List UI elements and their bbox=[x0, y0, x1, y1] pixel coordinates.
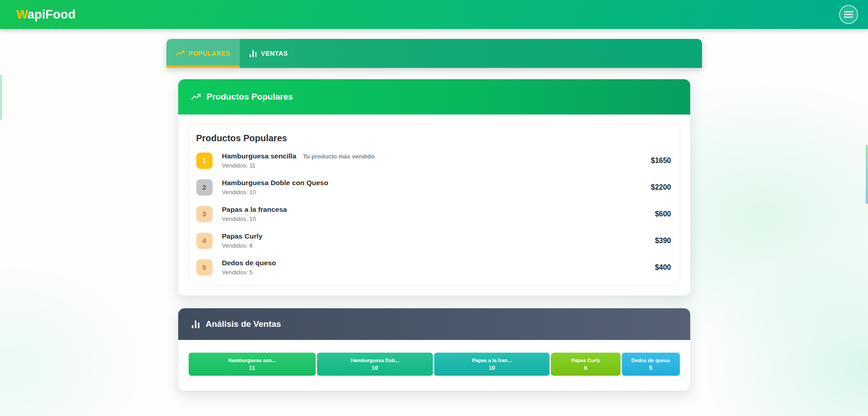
sales-bar-value: 10 bbox=[489, 364, 495, 371]
product-info: Hamburguesa sencillaTu producto más vend… bbox=[222, 152, 651, 169]
brand-rest: apiFood bbox=[28, 8, 76, 21]
card-title: Análisis de Ventas bbox=[206, 319, 281, 329]
product-name: Papas a la francesa bbox=[222, 206, 287, 214]
app-brand: WapiFood bbox=[16, 8, 76, 22]
bar-chart-icon bbox=[249, 50, 257, 57]
sales-bars-row: Hamburguesa sen...11Hamburguesa Dob...10… bbox=[189, 353, 680, 376]
product-price: $2200 bbox=[651, 183, 672, 191]
populares-list-card: Productos Populares 1Hamburguesa sencill… bbox=[188, 124, 680, 286]
left-edge-accent bbox=[0, 75, 2, 120]
rank-chip: 1 bbox=[196, 153, 213, 169]
sales-bar-label: Papas Curly bbox=[571, 358, 600, 363]
product-row: 5Dedos de quesoVendidos: 5$400 bbox=[196, 254, 672, 281]
product-info: Hamburguesa Doble con QuesoVendidos: 10 bbox=[222, 179, 651, 196]
sales-bar-label: Dedos de queso bbox=[631, 358, 670, 363]
sales-bar-value: 5 bbox=[649, 364, 652, 371]
product-price: $1650 bbox=[651, 157, 672, 165]
product-name: Papas Curly bbox=[222, 232, 263, 240]
tab-bar: POPULARES VENTAS bbox=[166, 39, 702, 68]
populares-card: Productos Populares Productos Populares … bbox=[178, 79, 690, 296]
product-sold-count: Vendidos: 11 bbox=[222, 162, 651, 169]
tab-label: POPULARES bbox=[189, 50, 231, 57]
rank-chip: 2 bbox=[196, 179, 213, 196]
sales-bar[interactable]: Hamburguesa Dob...10 bbox=[317, 353, 433, 376]
main-content: POPULARES VENTAS Productos Populares Pro… bbox=[166, 39, 702, 391]
sales-bar[interactable]: Papas a la fran...10 bbox=[434, 353, 550, 376]
brand-initial: W bbox=[16, 8, 28, 21]
rank-chip: 5 bbox=[196, 259, 213, 276]
sales-bar-label: Hamburguesa sen... bbox=[228, 358, 276, 363]
scrollbar-thumb[interactable] bbox=[866, 145, 868, 204]
product-sold-count: Vendidos: 10 bbox=[222, 215, 655, 222]
sales-bar[interactable]: Hamburguesa sen...11 bbox=[189, 353, 316, 376]
hamburger-icon bbox=[844, 11, 853, 18]
tab-label: VENTAS bbox=[261, 50, 288, 57]
product-price: $390 bbox=[655, 237, 672, 245]
tab-populares[interactable]: POPULARES bbox=[166, 39, 240, 68]
populares-card-header: Productos Populares bbox=[178, 79, 690, 115]
sales-bar-value: 11 bbox=[249, 364, 255, 371]
product-sold-count: Vendidos: 5 bbox=[222, 269, 655, 276]
app-header: WapiFood bbox=[0, 0, 868, 29]
product-price: $400 bbox=[655, 263, 672, 272]
bar-chart-icon bbox=[191, 320, 200, 329]
best-seller-badge: Tu producto más vendido bbox=[303, 153, 375, 160]
sales-bar-value: 10 bbox=[371, 364, 378, 371]
sales-bar[interactable]: Dedos de queso5 bbox=[622, 353, 680, 376]
product-info: Papas a la francesaVendidos: 10 bbox=[222, 206, 655, 222]
rank-chip: 3 bbox=[196, 206, 213, 222]
product-row: 2Hamburguesa Doble con QuesoVendidos: 10… bbox=[196, 174, 672, 201]
product-row: 1Hamburguesa sencillaTu producto más ven… bbox=[196, 147, 672, 174]
product-sold-count: Vendidos: 10 bbox=[222, 189, 651, 196]
menu-button[interactable] bbox=[839, 5, 858, 24]
product-row: 3Papas a la francesaVendidos: 10$600 bbox=[196, 201, 672, 227]
tab-ventas[interactable]: VENTAS bbox=[240, 39, 297, 68]
sales-bar-label: Hamburguesa Dob... bbox=[351, 358, 399, 363]
product-name: Hamburguesa sencilla bbox=[222, 152, 297, 160]
product-row: 4Papas CurlyVendidos: 6$390 bbox=[196, 227, 672, 254]
card-title: Productos Populares bbox=[207, 92, 293, 102]
trending-up-icon bbox=[191, 93, 201, 101]
rank-chip: 4 bbox=[196, 233, 213, 249]
ventas-card-body: Hamburguesa sen...11Hamburguesa Dob...10… bbox=[178, 340, 690, 391]
list-title: Productos Populares bbox=[196, 133, 672, 143]
populares-card-body: Productos Populares 1Hamburguesa sencill… bbox=[178, 115, 690, 296]
product-info: Dedos de quesoVendidos: 5 bbox=[222, 259, 655, 276]
page: WapiFood POPULARES VENTAS bbox=[0, 0, 868, 416]
sales-bar-value: 6 bbox=[584, 364, 587, 371]
product-info: Papas CurlyVendidos: 6 bbox=[222, 232, 655, 249]
product-list: 1Hamburguesa sencillaTu producto más ven… bbox=[196, 147, 672, 281]
product-price: $600 bbox=[655, 210, 672, 218]
sales-bar-label: Papas a la fran... bbox=[472, 358, 512, 363]
trending-up-icon bbox=[176, 50, 185, 57]
product-sold-count: Vendidos: 6 bbox=[222, 242, 655, 249]
sales-bar[interactable]: Papas Curly6 bbox=[551, 353, 620, 376]
ventas-card: Análisis de Ventas Hamburguesa sen...11H… bbox=[178, 308, 690, 391]
product-name: Hamburguesa Doble con Queso bbox=[222, 179, 328, 187]
product-name: Dedos de queso bbox=[222, 259, 276, 267]
ventas-card-header: Análisis de Ventas bbox=[178, 308, 690, 340]
